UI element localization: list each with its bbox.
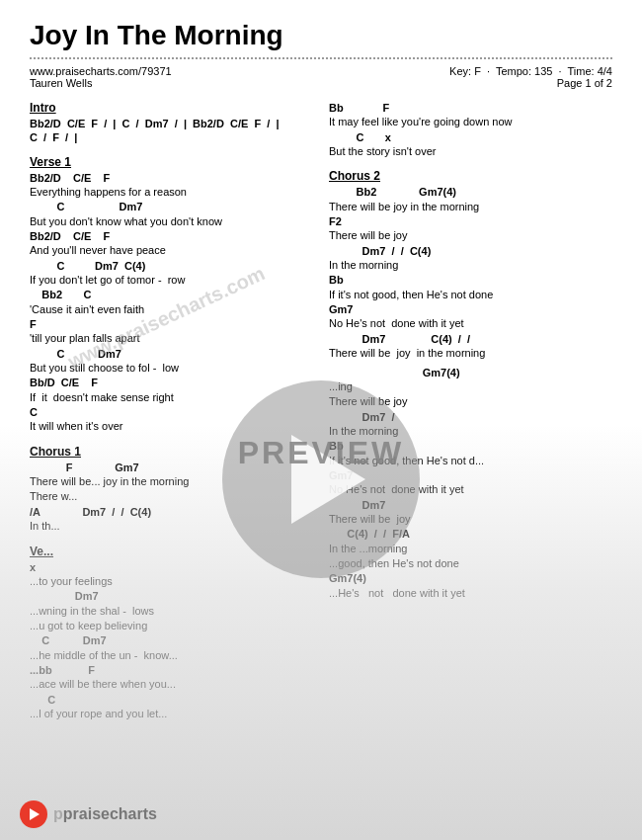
time: Time: 4/4 bbox=[568, 65, 612, 77]
meta-left: www.praisecharts.com/79371 Tauren Wells bbox=[30, 65, 172, 89]
left-column: Intro Bb2/D C/E F / | C / Dm7 / | Bb2/D … bbox=[30, 101, 313, 725]
meta-row: www.praisecharts.com/79371 Tauren Wells … bbox=[30, 65, 612, 89]
header: Joy In The Morning www.praisecharts.com/… bbox=[30, 20, 612, 89]
section-chorus1-title: Chorus 1 bbox=[30, 445, 313, 459]
logo-play-button[interactable] bbox=[20, 800, 47, 828]
bottom-bar: ppraisecharts bbox=[20, 800, 157, 828]
url: www.praisecharts.com/79371 bbox=[30, 65, 172, 77]
chorus3-block: Gm7(4) ...ing There will be joy Dm7 / In… bbox=[329, 366, 612, 602]
logo-play-icon bbox=[30, 808, 40, 820]
key: Key: F bbox=[449, 65, 481, 77]
chorus1-block: F Gm7 There will be... joy in the mornin… bbox=[30, 461, 313, 535]
logo-name: ppraisecharts bbox=[53, 805, 157, 823]
divider bbox=[30, 57, 612, 59]
verse2-block: x ...to your feelings Dm7 ...wning in th… bbox=[30, 560, 313, 722]
section-verse1-title: Verse 1 bbox=[30, 155, 313, 169]
bridge-block: Bb F It may feel like you're going down … bbox=[329, 101, 612, 159]
key-tempo-time: Key: F · Tempo: 135 · Time: 4/4 bbox=[449, 65, 612, 77]
right-column: Bb F It may feel like you're going down … bbox=[329, 101, 612, 725]
tempo: Tempo: 135 bbox=[496, 65, 552, 77]
page: Joy In The Morning www.praisecharts.com/… bbox=[0, 0, 642, 840]
section-intro-title: Intro bbox=[30, 101, 313, 115]
chorus2-block: Bb2 Gm7(4) There will be joy in the morn… bbox=[329, 185, 612, 361]
section-chorus2-title: Chorus 2 bbox=[329, 169, 612, 183]
intro-block: Bb2/D C/E F / | C / Dm7 / | Bb2/D C/E F … bbox=[30, 117, 313, 145]
meta-right: Key: F · Tempo: 135 · Time: 4/4 Page 1 o… bbox=[449, 65, 612, 89]
page-title: Joy In The Morning bbox=[30, 20, 612, 51]
artist: Tauren Wells bbox=[30, 77, 172, 89]
section-verse2-title: Ve... bbox=[30, 545, 313, 558]
content-area: Intro Bb2/D C/E F / | C / Dm7 / | Bb2/D … bbox=[30, 101, 612, 725]
page-number: Page 1 of 2 bbox=[449, 77, 612, 89]
